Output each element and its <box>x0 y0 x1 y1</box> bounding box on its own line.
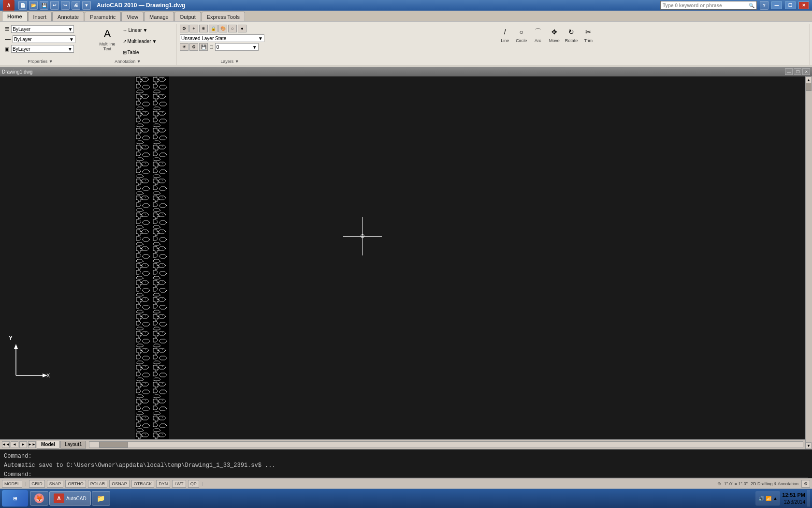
multileader-button[interactable]: ↗ Multileader ▼ <box>121 36 159 46</box>
status-lwt-btn[interactable]: LWT <box>172 480 186 488</box>
status-model-btn[interactable]: MODEL <box>2 480 22 488</box>
qa-dropdown[interactable]: ▼ <box>82 1 91 10</box>
tab-manage[interactable]: Manage <box>144 12 174 21</box>
restore-button[interactable]: ❐ <box>785 1 796 9</box>
layer-freeze-btn[interactable]: ❄ <box>199 25 208 32</box>
vscroll-down[interactable]: ▼ <box>806 442 812 449</box>
workspace-display: 2D Drafting & Annotation <box>751 481 798 486</box>
layer-gear-btn[interactable]: ⚙ <box>189 43 198 51</box>
layer-num-dropdown[interactable]: 0 ▼ <box>215 43 259 51</box>
trim-button[interactable]: ✂ Trim <box>581 25 595 45</box>
minimize-button[interactable]: — <box>771 1 782 9</box>
hscroll-thumb[interactable] <box>99 442 128 448</box>
tab-output[interactable]: Output <box>174 12 201 21</box>
status-otrack-btn[interactable]: OTRACK <box>131 480 155 488</box>
vertical-scrollbar[interactable]: ▼ ▲ <box>805 76 812 449</box>
layer-state-row: Unsaved Layer State ▼ <box>180 34 264 42</box>
dropdown-arrow3: ▼ <box>68 46 72 52</box>
multiline-text-button[interactable]: A MultilineText <box>97 25 118 53</box>
x-label: X <box>46 373 50 378</box>
horizontal-scrollbar[interactable] <box>89 441 803 448</box>
status-osnap-btn[interactable]: OSNAP <box>109 480 130 488</box>
tab-insert[interactable]: Insert <box>28 12 52 21</box>
status-dyn-btn[interactable]: DYN <box>156 480 170 488</box>
linear-button[interactable]: ↔ Linear ▼ <box>121 25 159 35</box>
linear-label: Linear <box>129 28 142 33</box>
status-qp-btn[interactable]: QP <box>188 480 199 488</box>
tab-nav-first[interactable]: ◄◄ <box>2 441 10 448</box>
linetype-dropdown[interactable]: ByLayer ▼ <box>11 25 74 33</box>
tray-icon3: ▲ <box>773 496 777 501</box>
taskbar-autocad[interactable]: A AutoCAD <box>49 491 91 506</box>
status-snap-btn[interactable]: SNAP <box>47 480 64 488</box>
tab-view[interactable]: View <box>121 12 144 21</box>
autocad-icon: A <box>54 493 64 503</box>
qa-open[interactable]: 📂 <box>29 1 38 10</box>
drawing-canvas[interactable]: Y X ▼ ▲ <box>0 76 812 449</box>
layer-isolate-btn[interactable]: ○ <box>228 25 237 32</box>
properties-label: Properties ▼ <box>2 59 79 64</box>
layer-state-dropdown[interactable]: Unsaved Layer State ▼ <box>180 34 264 42</box>
tab-model[interactable]: Model <box>37 441 59 448</box>
status-ortho-btn[interactable]: ORTHO <box>65 480 86 488</box>
clock[interactable]: 12:51 PM 12/3/2014 <box>782 492 805 505</box>
tab-parametric[interactable]: Parametric <box>85 12 121 21</box>
color-dropdown[interactable]: ByLayer ▼ <box>11 45 74 53</box>
layer-num-arrow: ▼ <box>252 45 257 50</box>
layer-new-btn[interactable]: + <box>189 25 198 32</box>
circle-button[interactable]: ○ Circle <box>514 25 529 45</box>
show-desktop-button[interactable] <box>807 490 810 507</box>
linear-dropdown[interactable]: ▼ <box>143 28 147 33</box>
dropdown-arrow: ▼ <box>68 27 72 32</box>
tab-nav-next[interactable]: ► <box>19 441 27 448</box>
layer-save-btn[interactable]: 💾 <box>199 43 208 51</box>
close-button[interactable]: ✕ <box>798 1 809 9</box>
vscroll-up[interactable]: ▲ <box>806 76 812 83</box>
settings-btn[interactable]: ⚙ <box>801 480 810 488</box>
layer-sun-btn[interactable]: ☀ <box>180 43 188 51</box>
layer-lock-btn[interactable]: 🔒 <box>209 25 218 32</box>
qa-print[interactable]: 🖨 <box>72 1 80 10</box>
layer-prop-btn[interactable]: ⚙ <box>180 25 188 32</box>
qa-save[interactable]: 💾 <box>40 1 48 10</box>
layer-value-row: ☀ ⚙ 💾 □ 0 ▼ <box>180 43 259 51</box>
tab-express-tools[interactable]: Express Tools <box>202 12 245 21</box>
tab-nav-last[interactable]: ►► <box>28 441 36 448</box>
rotate-button[interactable]: ↻ Rotate <box>564 25 580 45</box>
drawing-restore[interactable]: ❐ <box>794 68 801 75</box>
search-box[interactable]: Type 0 keyword or phrase 🔍 <box>660 1 757 10</box>
app-button[interactable]: A <box>3 0 14 11</box>
linear-icon: ↔ <box>123 28 128 33</box>
layer-color-btn[interactable]: 🎨 <box>218 25 227 32</box>
color-icon: ▣ <box>5 46 9 52</box>
qa-redo[interactable]: ↪ <box>61 1 70 10</box>
start-button[interactable]: ⊞ <box>2 490 28 507</box>
status-polar-btn[interactable]: POLAR <box>88 480 108 488</box>
line-button[interactable]: / Line <box>498 25 512 45</box>
status-grid-btn[interactable]: GRID <box>29 480 45 488</box>
qa-new[interactable]: 📄 <box>18 1 27 10</box>
drawing-window-controls: — ❐ ✕ <box>785 68 810 75</box>
table-button[interactable]: ⊞ Table <box>121 47 159 58</box>
arc-button[interactable]: ⌒ Arc <box>531 25 545 45</box>
tab-home[interactable]: Home <box>2 11 28 21</box>
taskbar-firefox[interactable]: 🦊 <box>30 491 48 506</box>
qa-undo[interactable]: ↩ <box>50 1 59 10</box>
table-label: Table <box>128 50 139 55</box>
circle-label: Circle <box>516 38 527 43</box>
cmdline-line3: Command: <box>4 470 808 476</box>
tab-annotate[interactable]: Annotate <box>52 12 84 21</box>
multileader-dropdown[interactable]: ▼ <box>152 39 157 44</box>
title-text: AutoCAD 2010 — Drawing1.dwg <box>97 2 185 9</box>
tab-nav-prev[interactable]: ◄ <box>11 441 18 448</box>
taskbar-explorer[interactable]: 📁 <box>92 491 110 506</box>
drawing-minimize[interactable]: — <box>785 68 793 75</box>
lineweight-dropdown[interactable]: ByLayer ▼ <box>13 35 75 43</box>
drawing-close[interactable]: ✕ <box>802 68 810 75</box>
ribbon-content: ≡ ByLayer ▼ ― ByLayer ▼ ▣ ByLayer ▼ <box>0 21 812 65</box>
arc-label: Arc <box>535 38 541 43</box>
move-button[interactable]: ✥ Move <box>547 25 562 45</box>
tab-layout1[interactable]: Layout1 <box>60 441 87 448</box>
layer-unisolate-btn[interactable]: ● <box>238 25 246 32</box>
help-btn[interactable]: ? <box>760 1 768 10</box>
